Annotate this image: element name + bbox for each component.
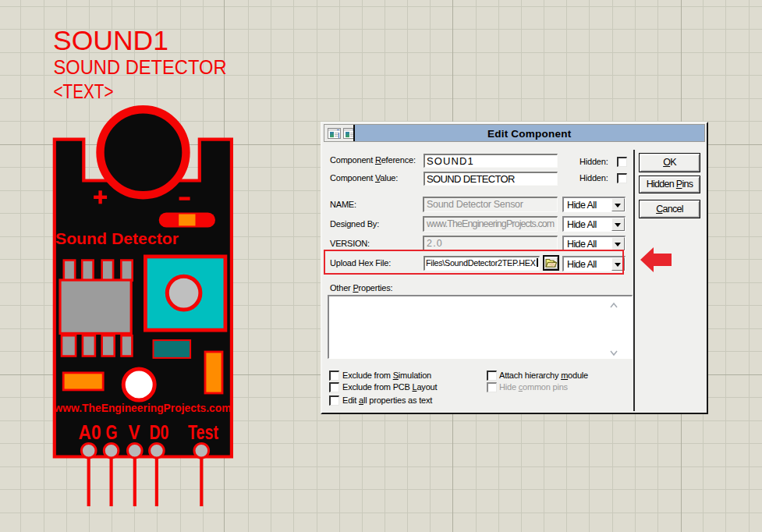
svg-text:www.TheEngineeringProjects.com: www.TheEngineeringProjects.com <box>54 401 232 414</box>
svg-text:G: G <box>106 420 118 444</box>
svg-text:SOUND DETECTOR: SOUND DETECTOR <box>54 56 227 78</box>
svg-text:V: V <box>129 420 141 444</box>
svg-text:<TEXT>: <TEXT> <box>54 80 114 102</box>
svg-text:D0: D0 <box>149 420 168 444</box>
svg-text:Sound Detector: Sound Detector <box>55 230 179 247</box>
svg-text:A0: A0 <box>79 420 101 444</box>
svg-text:SOUND1: SOUND1 <box>53 25 168 55</box>
svg-text:Test: Test <box>188 420 218 444</box>
